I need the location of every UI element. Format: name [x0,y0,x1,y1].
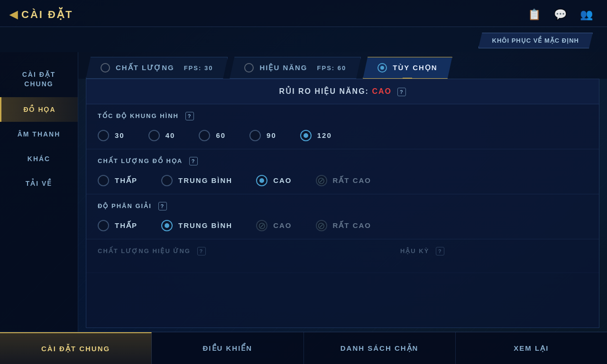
bottom-nav: CÀI ĐẶT CHUNG ĐIỀU KHIỂN DANH SÁCH CHẶN … [0,332,607,364]
section-do-phan-giai-title: ĐỘ PHÂN GIẢI ? [98,202,588,210]
fps-40-label: 40 [166,131,175,139]
fps-options-row: 30 40 60 90 [98,130,588,141]
tabs-row: CHẤT LƯỢNG FPS: 30 HIỆU NĂNG FPS: 60 TÙY… [78,52,607,79]
resolution-option-trung-binh[interactable]: TRUNG BÌNH [161,220,232,231]
tab-chat-luong-radio [101,63,110,73]
page-title: CÀI ĐẶT [21,9,73,21]
section-hau-ky-title: HẬU KỲ ? [400,247,444,255]
resolution-option-rat-cao: RẤT CAO [316,220,372,231]
hau-ky-help-icon: ? [436,247,444,255]
back-button[interactable]: ◀ CÀI ĐẶT [9,9,73,21]
main-panel: CHẤT LƯỢNG FPS: 30 HIỆU NĂNG FPS: 60 TÙY… [78,52,607,332]
bottom-nav-dieu-khien[interactable]: ĐIỀU KHIỂN [152,332,304,364]
risk-label: RỦI RO HIỆU NĂNG: [279,87,369,95]
tab-tuy-chon-label: TÙY CHỌN [393,64,437,72]
friends-icon[interactable]: 👥 [580,9,593,21]
quality-thap-radio [98,175,109,186]
sidebar-item-do-hoa[interactable]: ĐỒ HỌA [0,97,78,122]
resolution-thap-radio [98,220,109,231]
tab-tuy-chon[interactable]: TÙY CHỌN [363,57,452,79]
fps-option-30[interactable]: 30 [98,130,125,141]
section-bottom-row: CHẤT LƯỢNG HIỆU ỨNG ? HẬU KỲ ? [86,239,599,273]
header-icons: 📋 💬 👥 [528,9,593,21]
settings-content: RỦI RO HIỆU NĂNG: CAO ? TỐC ĐỘ KHUNG HÌN… [86,79,599,328]
quality-rat-cao-label: RẤT CAO [333,176,372,185]
resolution-rat-cao-label: RẤT CAO [333,221,372,230]
chat-icon[interactable]: 💬 [554,9,567,21]
fps-option-40[interactable]: 40 [148,130,175,141]
bottom-nav-cai-dat-chung[interactable]: CÀI ĐẶT CHUNG [0,332,152,364]
resolution-option-thap[interactable]: THẤP [98,220,138,231]
restore-default-button[interactable]: KHÔI PHỤC VỀ MẶC ĐỊNH [478,33,593,48]
tab-hieu-nang[interactable]: HIỆU NĂNG FPS: 60 [230,57,361,79]
do-phan-giai-help-icon[interactable]: ? [158,202,167,210]
back-arrow-icon: ◀ [9,9,18,21]
fps-30-label: 30 [115,131,125,139]
fps-40-radio [148,130,160,141]
tab-chat-luong-label: CHẤT LƯỢNG [116,64,175,72]
fps-90-label: 90 [267,131,276,139]
sidebar-item-khac[interactable]: KHÁC [0,146,78,171]
tab-chat-luong-fps: FPS: 30 [184,64,213,72]
tab-hieu-nang-label: HIỆU NĂNG [259,64,307,72]
section-toc-do-khung-hinh-title: TỐC ĐỘ KHUNG HÌNH ? [98,112,588,120]
quality-trung-binh-label: TRUNG BÌNH [178,176,232,184]
bottom-nav-danh-sach-chan[interactable]: DANH SÁCH CHẶN [304,332,456,364]
quality-rat-cao-radio [316,175,327,186]
quality-option-cao[interactable]: CAO [256,175,292,186]
risk-value: CAO [372,87,392,95]
resolution-cao-radio [256,220,267,231]
resolution-options-row: THẤP TRUNG BÌNH CAO RẤT CAO [98,220,588,231]
quality-cao-radio [256,175,267,186]
quality-cao-label: CAO [273,176,292,184]
toc-do-help-icon[interactable]: ? [185,112,194,120]
fps-60-radio [199,130,210,141]
chat-luong-help-icon[interactable]: ? [189,157,198,165]
sidebar-item-tai-ve[interactable]: TẢI VỀ [0,171,78,196]
resolution-trung-binh-radio [161,220,173,231]
fps-option-120[interactable]: 120 [300,130,332,141]
resolution-option-cao: CAO [256,220,292,231]
fps-30-radio [98,130,109,141]
quality-options-row: THẤP TRUNG BÌNH CAO RẤT CAO [98,175,588,186]
fps-option-90[interactable]: 90 [249,130,276,141]
section-chat-luong-do-hoa-title: CHẤT LƯỢNG ĐỒ HỌA ? [98,157,588,165]
tab-hieu-nang-fps: FPS: 60 [317,64,347,72]
risk-help-icon[interactable]: ? [397,88,406,96]
hieu-ung-help-icon: ? [197,247,206,255]
resolution-trung-binh-label: TRUNG BÌNH [178,221,232,229]
quality-option-thap[interactable]: THẤP [98,175,138,186]
sidebar: CÀI ĐẶT CHUNG ĐỒ HỌA ÂM THANH KHÁC TẢI V… [0,52,78,332]
tab-chat-luong[interactable]: CHẤT LƯỢNG FPS: 30 [86,57,228,79]
fps-option-60[interactable]: 60 [199,130,226,141]
bottom-nav-xem-lai[interactable]: XEM LẠI [456,332,607,364]
quality-trung-binh-radio [161,175,173,186]
tab-tuy-chon-radio [377,63,387,73]
quality-option-rat-cao: RẤT CAO [316,175,372,186]
risk-banner: RỦI RO HIỆU NĂNG: CAO ? [86,79,599,104]
section-hau-ky: HẬU KỲ ? [400,247,444,265]
fps-120-radio [300,130,312,141]
section-toc-do-khung-hinh: TỐC ĐỘ KHUNG HÌNH ? 30 40 [86,104,599,149]
sidebar-item-cai-dat-chung[interactable]: CÀI ĐẶT CHUNG [0,62,78,97]
resolution-thap-label: THẤP [115,221,138,230]
sidebar-item-am-thanh[interactable]: ÂM THANH [0,122,78,146]
fps-90-radio [249,130,261,141]
resolution-rat-cao-radio [316,220,327,231]
section-chat-luong-hieu-ung: CHẤT LƯỢNG HIỆU ỨNG ? [98,247,206,265]
tab-hieu-nang-radio [244,63,254,73]
resolution-cao-label: CAO [273,221,292,229]
section-chat-luong-hieu-ung-title: CHẤT LƯỢNG HIỆU ỨNG ? [98,247,206,255]
fps-60-label: 60 [216,131,226,139]
fps-120-label: 120 [317,131,332,139]
section-do-phan-giai: ĐỘ PHÂN GIẢI ? THẤP TRUNG BÌNH [86,194,599,239]
checklist-icon[interactable]: 📋 [528,9,541,21]
section-chat-luong-do-hoa: CHẤT LƯỢNG ĐỒ HỌA ? THẤP TRUNG BÌNH [86,149,599,194]
quality-option-trung-binh[interactable]: TRUNG BÌNH [161,175,232,186]
quality-thap-label: THẤP [115,176,138,185]
